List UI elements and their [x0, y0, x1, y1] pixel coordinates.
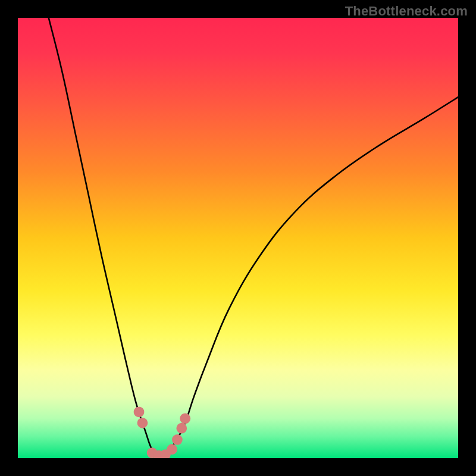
- marker-dot: [180, 414, 190, 424]
- watermark-text: TheBottleneck.com: [345, 4, 468, 19]
- marker-dot: [134, 406, 145, 417]
- marker-dot: [137, 418, 148, 428]
- marker-dot: [172, 434, 183, 445]
- chart-frame: TheBottleneck.com: [0, 0, 476, 476]
- marker-dot: [176, 423, 187, 434]
- plot-area: [18, 18, 458, 458]
- highlight-markers: [134, 406, 190, 458]
- curve-layer: [18, 18, 458, 458]
- bottleneck-curve: [49, 18, 458, 456]
- marker-dot: [167, 444, 177, 455]
